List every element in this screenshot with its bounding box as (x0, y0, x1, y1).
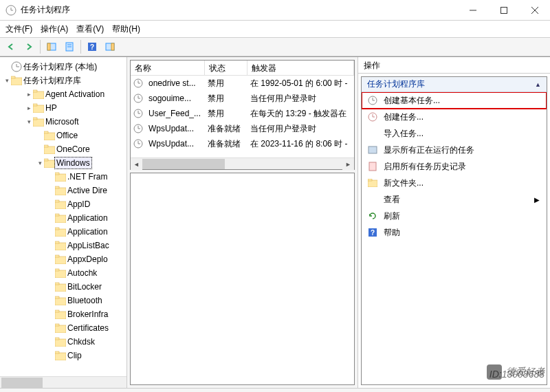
action-pane-button[interactable] (102, 39, 118, 54)
tree-item-appxdeplo[interactable]: AppxDeplo (0, 252, 126, 266)
create-basic-icon (367, 95, 378, 106)
tree-item-applistbac[interactable]: AppListBac (0, 239, 126, 252)
actions-group-header[interactable]: 任务计划程序库▲ (362, 77, 547, 92)
tree-item--net-fram[interactable]: .NET Fram (0, 170, 126, 184)
tree-item-clip[interactable]: Clip (0, 349, 126, 362)
history-icon (367, 161, 378, 172)
tree-item-microsoft[interactable]: ▾Microsoft (0, 115, 126, 129)
col-name[interactable]: 名称 (131, 61, 205, 76)
svg-rect-53 (55, 312, 66, 319)
tree-item-bitlocker[interactable]: BitLocker (0, 280, 126, 294)
svg-rect-33 (55, 174, 66, 182)
svg-rect-22 (33, 90, 37, 92)
statusbar (0, 388, 550, 392)
toolbar-separator (80, 40, 81, 54)
tree-item-brokerinfra[interactable]: BrokerInfra (0, 307, 126, 321)
action-create-basic-task[interactable]: 创建基本任务... (362, 92, 547, 109)
tree-item-application[interactable]: Application (0, 211, 126, 225)
svg-rect-59 (55, 353, 66, 360)
tree-item-onecore[interactable]: OneCore (0, 142, 126, 156)
menu-file[interactable]: 文件(F) (6, 23, 32, 35)
close-button[interactable] (519, 0, 550, 20)
svg-rect-4 (500, 7, 507, 13)
actions-header: 操作 (358, 57, 550, 74)
tree-scrollbar-horizontal[interactable] (0, 376, 126, 388)
tree-item-appid[interactable]: AppID (0, 197, 126, 211)
actions-pane: 操作 任务计划程序库▲ 创建基本任务... 创建任务... 导入任务... 显示… (358, 57, 550, 388)
action-new-folder[interactable]: 新文件夹... (362, 175, 547, 191)
tree-item-application[interactable]: Application (0, 225, 126, 239)
svg-rect-24 (33, 104, 37, 106)
svg-rect-44 (55, 241, 59, 243)
toolbar-separator (40, 40, 41, 54)
tree-item-hp[interactable]: ▸HP (0, 101, 126, 115)
submenu-arrow-icon: ▶ (534, 196, 540, 204)
svg-rect-30 (44, 145, 48, 147)
svg-rect-28 (44, 131, 48, 133)
watermark-id: ID:13008688 (490, 369, 544, 380)
action-import-task[interactable]: 导入任务... (362, 125, 547, 142)
tree-item-certificates[interactable]: Certificates (0, 321, 126, 335)
task-row[interactable]: sogouime...禁用当任何用户登录时 (131, 91, 354, 106)
tree-item-chkdsk[interactable]: Chkdsk (0, 335, 126, 349)
app-icon (6, 5, 16, 16)
action-enable-history[interactable]: 启用所有任务历史记录 (362, 158, 547, 175)
svg-rect-36 (55, 186, 59, 188)
svg-rect-27 (44, 133, 55, 140)
list-scrollbar-horizontal[interactable]: ◄► (131, 157, 354, 169)
svg-rect-32 (44, 159, 48, 161)
back-button[interactable] (3, 39, 19, 54)
svg-rect-19 (11, 78, 22, 85)
svg-rect-21 (33, 91, 44, 99)
svg-rect-29 (44, 146, 55, 154)
task-row[interactable]: User_Feed_...禁用在每天的 13:29 - 触发器在 (131, 106, 354, 121)
menu-view[interactable]: 查看(V) (76, 23, 104, 35)
tree-library[interactable]: ▾任务计划程序库 (0, 74, 126, 87)
menu-action[interactable]: 操作(A) (41, 23, 68, 35)
svg-rect-15 (111, 43, 114, 50)
svg-rect-26 (33, 118, 37, 120)
svg-rect-84 (368, 180, 377, 187)
svg-rect-49 (55, 284, 66, 292)
svg-text:?: ? (371, 229, 375, 237)
tree-item-active-dire[interactable]: Active Dire (0, 184, 126, 197)
tree-item-windows[interactable]: ▾Windows (0, 156, 126, 170)
svg-rect-56 (55, 324, 59, 326)
svg-rect-35 (55, 188, 66, 195)
import-icon (367, 128, 378, 139)
task-row[interactable]: onedrive st...禁用在 1992-05-01 的 6:00 时 - (131, 76, 354, 91)
svg-rect-39 (55, 215, 66, 223)
action-help[interactable]: ? 帮助 (362, 224, 547, 241)
help-icon: ? (367, 227, 378, 238)
tree-item-bluetooth[interactable]: Bluetooth (0, 294, 126, 307)
col-trigger[interactable]: 触发器 (248, 61, 354, 76)
svg-rect-47 (55, 270, 66, 278)
maximize-button[interactable] (488, 0, 519, 20)
properties-button[interactable] (61, 39, 78, 54)
tree-item-autochk[interactable]: Autochk (0, 266, 126, 280)
svg-rect-34 (55, 173, 59, 175)
col-status[interactable]: 状态 (205, 61, 248, 76)
svg-rect-20 (11, 76, 15, 78)
tree-item-office[interactable]: Office (0, 129, 126, 142)
svg-rect-57 (55, 339, 66, 347)
tree-item-agent-activation[interactable]: ▸Agent Activation (0, 87, 126, 101)
tree-root[interactable]: 任务计划程序 (本地) (0, 60, 126, 74)
show-tree-button[interactable] (43, 39, 60, 54)
window-title: 任务计划程序 (21, 4, 457, 16)
refresh-icon (367, 210, 378, 221)
action-create-task[interactable]: 创建任务... (362, 109, 547, 125)
svg-rect-60 (55, 351, 59, 353)
action-refresh[interactable]: 刷新 (362, 208, 547, 224)
forward-button[interactable] (21, 39, 37, 54)
svg-rect-51 (55, 298, 66, 305)
help-button[interactable]: ? (84, 39, 100, 54)
svg-text:?: ? (90, 43, 94, 51)
menu-help[interactable]: 帮助(H) (112, 23, 140, 35)
minimize-button[interactable] (457, 0, 488, 20)
action-view[interactable]: 查看 ▶ (362, 191, 547, 208)
task-row[interactable]: WpsUpdat...准备就绪当任何用户登录时 (131, 121, 354, 136)
task-row[interactable]: WpsUpdat...准备就绪在 2023-11-16 的 8:06 时 - (131, 136, 354, 151)
action-show-running[interactable]: 显示所有正在运行的任务 (362, 142, 547, 158)
svg-rect-85 (368, 179, 372, 181)
